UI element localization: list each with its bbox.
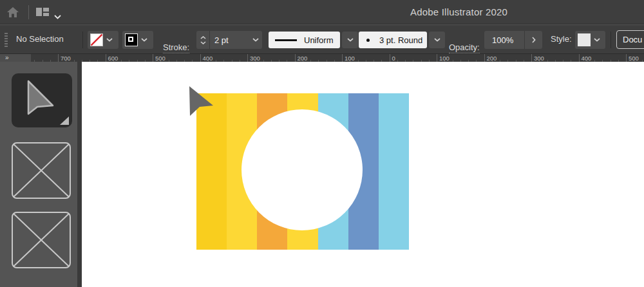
style-label: Style:	[551, 25, 572, 53]
panel-drag-handle[interactable]	[5, 33, 8, 47]
stroke-width-value[interactable]: 2 pt	[210, 35, 249, 45]
arrange-documents-icon[interactable]	[36, 8, 49, 16]
brush-value: 3 pt. Round	[379, 35, 422, 45]
stroke-width-control[interactable]: 2 pt	[196, 31, 262, 49]
panel-divider	[77, 62, 82, 287]
titlebar-divider	[28, 5, 29, 19]
uniform-stroke-line-icon	[275, 39, 297, 41]
fill-none-swatch[interactable]	[90, 33, 103, 46]
width-profile-dropdown[interactable]: Uniform	[269, 32, 340, 48]
stroke-label[interactable]: Stroke:	[163, 25, 189, 53]
style-control[interactable]	[575, 31, 605, 49]
width-profile-value: Uniform	[304, 35, 334, 45]
placeholder-x-icon	[12, 142, 71, 199]
selection-status: No Selection	[16, 25, 64, 53]
artwork-circle[interactable]	[242, 109, 363, 230]
selection-tool-button[interactable]	[12, 73, 72, 127]
divider	[611, 32, 611, 48]
artwork-stripe[interactable]	[379, 93, 409, 250]
stroke-width-stepper[interactable]	[196, 31, 209, 49]
document-setup-button[interactable]: Docu	[616, 30, 644, 49]
opacity-expand-chevron-icon[interactable]	[525, 31, 542, 49]
tool-flyout-indicator	[60, 116, 69, 125]
style-chevron-icon[interactable]	[591, 31, 603, 49]
control-bar: No Selection Stroke: 2 pt	[0, 24, 644, 54]
stroke-chevron-icon[interactable]	[138, 31, 151, 49]
ruler-overflow-button[interactable]: »	[0, 54, 31, 62]
chevron-down-icon[interactable]	[54, 10, 61, 22]
home-icon[interactable]	[6, 6, 19, 21]
artwork[interactable]	[196, 93, 409, 250]
stroke-color-control[interactable]	[122, 31, 153, 49]
opacity-label[interactable]: Opacity:	[449, 25, 480, 53]
opacity-control[interactable]: 100%	[484, 31, 542, 49]
window-title: Adobe Illustrator 2020	[410, 6, 507, 17]
divider	[82, 32, 83, 48]
artboard-canvas[interactable]	[82, 62, 644, 287]
selection-tool-icon	[28, 81, 53, 114]
stroke-width-chevron-icon[interactable]	[249, 31, 262, 49]
tools-panel	[0, 62, 77, 287]
title-bar: Adobe Illustrator 2020	[0, 0, 644, 24]
empty-tool-slot[interactable]	[12, 142, 71, 199]
brush-chevron-icon[interactable]	[429, 32, 445, 48]
opacity-value[interactable]: 100%	[484, 35, 524, 45]
empty-tool-slot[interactable]	[12, 212, 71, 268]
pointer-cursor-icon	[189, 86, 215, 117]
stroke-color-swatch[interactable]	[125, 33, 138, 46]
fill-chevron-icon[interactable]	[103, 31, 116, 49]
round-brush-dot-icon	[366, 39, 370, 42]
brush-dropdown[interactable]: 3 pt. Round	[359, 32, 427, 48]
style-swatch[interactable]	[578, 33, 591, 46]
fill-color-control[interactable]	[88, 31, 118, 49]
width-profile-chevron-icon[interactable]	[342, 32, 358, 48]
workspace	[0, 62, 644, 287]
placeholder-x-icon	[12, 212, 71, 268]
horizontal-ruler: » 7006005004003002001000100200300400500	[0, 54, 644, 62]
none-fill-slash-icon	[91, 34, 102, 46]
